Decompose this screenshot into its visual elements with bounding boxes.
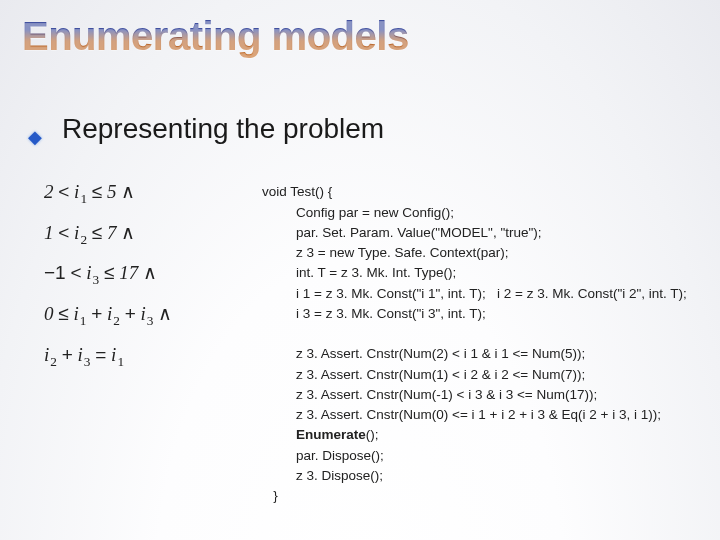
code-line: z 3. Assert. Cnstr(Num(2) < i 1 & i 1 <=… <box>262 344 585 364</box>
equations-block: 2 < i1 ≤ 5 ∧ 1 < i2 ≤ 7 ∧ −1 < i3 ≤ 17 ∧… <box>44 172 172 376</box>
eq-line-3: −1 < i3 ≤ 17 ∧ <box>44 253 172 294</box>
code-line: par. Dispose(); <box>262 446 384 466</box>
slide-title: Enumerating models <box>22 14 409 59</box>
code-line: z 3 = new Type. Safe. Context(par); <box>262 243 509 263</box>
code-line: int. T = z 3. Mk. Int. Type(); <box>262 263 456 283</box>
code-line: par. Set. Param. Value("MODEL", "true"); <box>262 223 542 243</box>
code-line: i 1 = z 3. Mk. Const("i 1", int. T); i 2… <box>262 284 687 304</box>
eq-line-2: 1 < i2 ≤ 7 ∧ <box>44 213 172 254</box>
code-line: } <box>262 488 278 503</box>
slide: Enumerating models ◆ Representing the pr… <box>0 0 720 540</box>
code-line: i 3 = z 3. Mk. Const("i 3", int. T); <box>262 304 486 324</box>
eq-line-1: 2 < i1 ≤ 5 ∧ <box>44 172 172 213</box>
code-line: z 3. Assert. Cnstr(Num(0) <= i 1 + i 2 +… <box>262 405 661 425</box>
slide-subheading: Representing the problem <box>62 113 384 145</box>
code-block: void Test() { Config par = new Config();… <box>262 162 687 527</box>
code-line: Config par = new Config(); <box>262 203 454 223</box>
code-line: z 3. Dispose(); <box>262 466 383 486</box>
eq-line-5: i2 + i3 = i1 <box>44 335 172 376</box>
code-line: z 3. Assert. Cnstr(Num(-1) < i 3 & i 3 <… <box>262 385 597 405</box>
code-line: Enumerate(); <box>262 425 379 445</box>
eq-line-4: 0 ≤ i1 + i2 + i3 ∧ <box>44 294 172 335</box>
code-line: void Test() { <box>262 184 332 199</box>
bullet-icon: ◆ <box>28 126 42 148</box>
code-line: z 3. Assert. Cnstr(Num(1) < i 2 & i 2 <=… <box>262 365 585 385</box>
enumerate-call: Enumerate <box>296 427 366 442</box>
